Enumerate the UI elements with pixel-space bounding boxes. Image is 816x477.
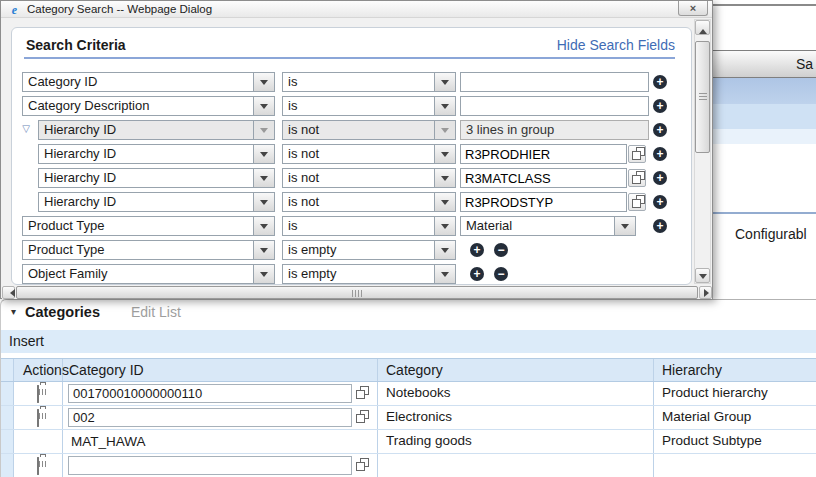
remove-criteria-button[interactable]: − [494,243,508,257]
value-help-button[interactable] [628,169,646,187]
chevron-down-icon[interactable] [253,73,274,91]
close-icon: × [690,2,696,14]
row-selector[interactable] [1,406,14,429]
chevron-down-icon[interactable] [434,169,455,187]
chevron-down-icon[interactable] [253,193,274,211]
remove-criteria-button[interactable]: − [494,267,508,281]
add-criteria-button[interactable]: + [653,219,667,233]
criteria-value-input[interactable] [460,72,649,92]
close-button[interactable]: × [678,1,708,16]
chevron-down-icon[interactable] [434,193,455,211]
attribute-select[interactable]: Category ID [22,72,275,92]
configurable-tab[interactable]: Configurabl [735,226,807,242]
add-criteria-button[interactable]: + [470,267,484,281]
vertical-scrollbar[interactable] [694,19,711,284]
chevron-down-icon[interactable] [253,217,274,235]
title-underline [24,57,675,59]
operator-select-disabled: is not [282,120,456,140]
add-criteria-button[interactable]: + [653,99,667,113]
attribute-select[interactable]: Product Type [22,240,275,260]
page-subheader-band [710,104,816,129]
table-header-row: Actions Category ID Category Hierarchy [1,358,816,382]
scroll-right-icon[interactable] [699,286,712,299]
operator-select[interactable]: is [282,96,456,116]
value-help-button[interactable] [628,145,646,163]
page-subheader-band-light [710,129,816,144]
save-button-label: Sa [796,56,813,72]
criteria-row: Object Family is empty + − [12,264,691,288]
add-criteria-button[interactable]: + [653,171,667,185]
chevron-down-icon[interactable] [434,265,455,283]
chevron-down-icon[interactable] [253,265,274,283]
criteria-value-select[interactable]: Material [460,216,636,236]
horizontal-scroll-thumb[interactable] [16,286,698,299]
search-criteria-panel: Search Criteria Hide Search Fields Categ… [11,27,692,285]
attribute-select-disabled: Hierarchy ID [38,120,275,140]
operator-select[interactable]: is not [282,144,456,164]
chevron-down-icon[interactable] [614,217,635,235]
value-help-button[interactable] [356,410,369,426]
horizontal-scrollbar[interactable] [2,286,712,299]
edit-list-link[interactable]: Edit List [131,304,181,320]
chevron-down-icon[interactable] [253,97,274,115]
dialog-titlebar[interactable]: e Category Search -- Webpage Dialog × [1,1,712,18]
operator-select[interactable]: is empty [282,240,456,260]
row-selector[interactable] [1,454,14,477]
operator-select[interactable]: is empty [282,264,456,284]
attribute-select[interactable]: Hierarchy ID [38,168,275,188]
save-button[interactable]: Sa [710,50,816,78]
attribute-select[interactable]: Hierarchy ID [38,192,275,212]
attribute-select[interactable]: Category Description [22,96,275,116]
operator-select[interactable]: is not [282,168,456,188]
vertical-scroll-thumb[interactable] [695,41,710,153]
scroll-down-icon[interactable] [695,268,710,283]
chevron-down-icon[interactable] [434,97,455,115]
categories-section-title[interactable]: Categories [25,304,100,320]
attribute-select[interactable]: Object Family [22,264,275,284]
chevron-down-icon[interactable] [434,241,455,259]
chevron-down-icon[interactable] [434,73,455,91]
criteria-group-row: ▽ Hierarchy ID is not 3 lines in group + [12,120,691,144]
scroll-up-icon[interactable] [695,20,710,35]
chevron-down-icon[interactable] [434,145,455,163]
add-criteria-button[interactable]: + [653,123,667,137]
chevron-down-icon[interactable] [253,145,274,163]
hide-search-fields-link[interactable]: Hide Search Fields [557,37,675,53]
operator-select[interactable]: is not [282,192,456,212]
operator-select[interactable]: is [282,216,456,236]
ie-browser-icon: e [8,3,21,16]
row-selector[interactable] [1,430,14,453]
collapse-triangle-icon[interactable]: ▾ [11,306,16,317]
category-id-input[interactable] [68,408,352,427]
chevron-down-icon[interactable] [253,169,274,187]
group-expander-icon[interactable]: ▽ [18,123,34,134]
table-row [1,454,816,477]
insert-button[interactable]: Insert [9,333,44,349]
delete-row-button[interactable] [27,457,49,475]
attribute-select[interactable]: Hierarchy ID [38,144,275,164]
criteria-value-input[interactable] [460,144,627,164]
delete-row-button[interactable] [27,409,49,427]
criteria-value-input[interactable] [460,168,627,188]
chevron-down-icon[interactable] [253,241,274,259]
scroll-left-icon[interactable] [2,286,15,299]
attribute-select[interactable]: Product Type [22,216,275,236]
table-row: Electronics Material Group [1,406,816,430]
category-id-input[interactable] [68,456,352,475]
criteria-value-input[interactable] [460,96,649,116]
add-criteria-button[interactable]: + [653,147,667,161]
row-selector[interactable] [1,382,14,405]
trash-icon [37,409,39,427]
operator-select[interactable]: is [282,72,456,92]
criteria-value-input[interactable] [460,192,627,212]
add-criteria-button[interactable]: + [653,75,667,89]
value-help-button[interactable] [356,386,369,402]
chevron-down-icon[interactable] [434,217,455,235]
add-criteria-button[interactable]: + [653,195,667,209]
value-help-button[interactable] [628,193,646,211]
value-help-button[interactable] [356,458,369,474]
delete-row-button[interactable] [27,385,49,403]
categories-header: ▾ Categories Edit List [1,304,816,328]
add-criteria-button[interactable]: + [470,243,484,257]
category-id-input[interactable] [68,384,352,403]
